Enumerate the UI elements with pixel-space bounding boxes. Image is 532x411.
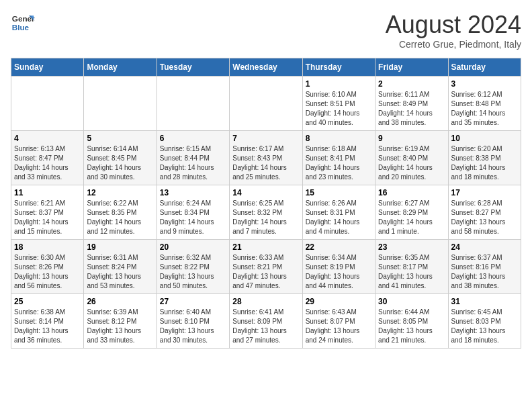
day-number: 18 [14, 242, 81, 252]
day-info: Sunrise: 6:25 AM Sunset: 8:32 PM Dayligh… [232, 199, 299, 236]
col-header-saturday: Saturday [448, 58, 521, 77]
day-number: 21 [232, 242, 299, 252]
day-info: Sunrise: 6:45 AM Sunset: 8:03 PM Dayligh… [451, 308, 518, 345]
day-info: Sunrise: 6:21 AM Sunset: 8:37 PM Dayligh… [14, 199, 81, 236]
day-number: 4 [14, 134, 81, 143]
day-number: 13 [160, 188, 226, 197]
calendar-cell: 30Sunrise: 6:44 AM Sunset: 8:05 PM Dayli… [375, 294, 448, 349]
calendar-cell: 22Sunrise: 6:34 AM Sunset: 8:19 PM Dayli… [302, 240, 375, 294]
location-subtitle: Cerreto Grue, Piedmont, Italy [386, 39, 521, 50]
day-number: 11 [14, 188, 81, 197]
calendar-cell: 16Sunrise: 6:27 AM Sunset: 8:29 PM Dayli… [375, 185, 448, 240]
day-info: Sunrise: 6:26 AM Sunset: 8:31 PM Dayligh… [306, 199, 372, 236]
calendar-cell: 2Sunrise: 6:11 AM Sunset: 8:49 PM Daylig… [375, 77, 448, 131]
day-info: Sunrise: 6:33 AM Sunset: 8:21 PM Dayligh… [232, 253, 299, 291]
day-number: 15 [306, 188, 372, 197]
logo: General Blue [11, 11, 35, 35]
calendar-table: SundayMondayTuesdayWednesdayThursdayFrid… [11, 58, 521, 349]
day-info: Sunrise: 6:11 AM Sunset: 8:49 PM Dayligh… [378, 90, 445, 128]
calendar-cell: 6Sunrise: 6:15 AM Sunset: 8:44 PM Daylig… [157, 131, 229, 185]
calendar-cell: 14Sunrise: 6:25 AM Sunset: 8:32 PM Dayli… [230, 185, 302, 240]
day-info: Sunrise: 6:19 AM Sunset: 8:40 PM Dayligh… [378, 144, 445, 182]
calendar-cell: 20Sunrise: 6:32 AM Sunset: 8:22 PM Dayli… [157, 240, 229, 294]
day-info: Sunrise: 6:20 AM Sunset: 8:38 PM Dayligh… [451, 144, 518, 182]
calendar-cell [230, 77, 302, 131]
page-header: General Blue August 2024 Cerreto Grue, P… [11, 11, 521, 50]
calendar-cell [84, 77, 157, 131]
day-number: 16 [378, 188, 445, 197]
day-info: Sunrise: 6:27 AM Sunset: 8:29 PM Dayligh… [378, 199, 445, 236]
calendar-cell: 21Sunrise: 6:33 AM Sunset: 8:21 PM Dayli… [230, 240, 302, 294]
day-info: Sunrise: 6:43 AM Sunset: 8:07 PM Dayligh… [306, 308, 372, 345]
calendar-cell: 3Sunrise: 6:12 AM Sunset: 8:48 PM Daylig… [448, 77, 521, 131]
calendar-cell: 26Sunrise: 6:39 AM Sunset: 8:12 PM Dayli… [84, 294, 157, 349]
calendar-cell: 27Sunrise: 6:40 AM Sunset: 8:10 PM Dayli… [157, 294, 229, 349]
day-info: Sunrise: 6:30 AM Sunset: 8:26 PM Dayligh… [14, 253, 81, 291]
day-info: Sunrise: 6:38 AM Sunset: 8:14 PM Dayligh… [14, 308, 81, 345]
col-header-wednesday: Wednesday [230, 58, 302, 77]
calendar-week-row: 25Sunrise: 6:38 AM Sunset: 8:14 PM Dayli… [11, 294, 521, 349]
day-number: 23 [378, 242, 445, 252]
col-header-friday: Friday [375, 58, 448, 77]
calendar-cell: 7Sunrise: 6:17 AM Sunset: 8:43 PM Daylig… [230, 131, 302, 185]
day-info: Sunrise: 6:39 AM Sunset: 8:12 PM Dayligh… [87, 308, 153, 345]
calendar-cell: 19Sunrise: 6:31 AM Sunset: 8:24 PM Dayli… [84, 240, 157, 294]
day-info: Sunrise: 6:15 AM Sunset: 8:44 PM Dayligh… [160, 144, 226, 182]
calendar-cell: 10Sunrise: 6:20 AM Sunset: 8:38 PM Dayli… [448, 131, 521, 185]
day-number: 6 [160, 134, 226, 143]
calendar-cell: 12Sunrise: 6:22 AM Sunset: 8:35 PM Dayli… [84, 185, 157, 240]
day-info: Sunrise: 6:13 AM Sunset: 8:47 PM Dayligh… [14, 144, 81, 182]
calendar-cell [11, 77, 84, 131]
day-info: Sunrise: 6:17 AM Sunset: 8:43 PM Dayligh… [232, 144, 299, 182]
day-info: Sunrise: 6:40 AM Sunset: 8:10 PM Dayligh… [160, 308, 226, 345]
day-number: 8 [306, 134, 372, 143]
calendar-cell: 4Sunrise: 6:13 AM Sunset: 8:47 PM Daylig… [11, 131, 84, 185]
day-info: Sunrise: 6:14 AM Sunset: 8:45 PM Dayligh… [87, 144, 153, 182]
calendar-cell: 23Sunrise: 6:35 AM Sunset: 8:17 PM Dayli… [375, 240, 448, 294]
day-info: Sunrise: 6:28 AM Sunset: 8:27 PM Dayligh… [451, 199, 518, 236]
calendar-cell: 8Sunrise: 6:18 AM Sunset: 8:41 PM Daylig… [302, 131, 375, 185]
svg-text:Blue: Blue [12, 23, 30, 32]
calendar-cell: 5Sunrise: 6:14 AM Sunset: 8:45 PM Daylig… [84, 131, 157, 185]
calendar-cell: 29Sunrise: 6:43 AM Sunset: 8:07 PM Dayli… [302, 294, 375, 349]
day-number: 14 [232, 188, 299, 197]
day-info: Sunrise: 6:18 AM Sunset: 8:41 PM Dayligh… [306, 144, 372, 182]
day-info: Sunrise: 6:34 AM Sunset: 8:19 PM Dayligh… [306, 253, 372, 291]
day-info: Sunrise: 6:10 AM Sunset: 8:51 PM Dayligh… [306, 90, 372, 128]
day-info: Sunrise: 6:22 AM Sunset: 8:35 PM Dayligh… [87, 199, 153, 236]
calendar-cell: 13Sunrise: 6:24 AM Sunset: 8:34 PM Dayli… [157, 185, 229, 240]
day-info: Sunrise: 6:41 AM Sunset: 8:09 PM Dayligh… [232, 308, 299, 345]
day-number: 10 [451, 134, 518, 143]
col-header-tuesday: Tuesday [157, 58, 229, 77]
calendar-cell: 15Sunrise: 6:26 AM Sunset: 8:31 PM Dayli… [302, 185, 375, 240]
day-number: 24 [451, 242, 518, 252]
day-number: 12 [87, 188, 153, 197]
col-header-monday: Monday [84, 58, 157, 77]
day-number: 19 [87, 242, 153, 252]
calendar-cell: 28Sunrise: 6:41 AM Sunset: 8:09 PM Dayli… [230, 294, 302, 349]
calendar-week-row: 18Sunrise: 6:30 AM Sunset: 8:26 PM Dayli… [11, 240, 521, 294]
month-year-title: August 2024 [386, 11, 521, 39]
day-info: Sunrise: 6:35 AM Sunset: 8:17 PM Dayligh… [378, 253, 445, 291]
calendar-cell: 9Sunrise: 6:19 AM Sunset: 8:40 PM Daylig… [375, 131, 448, 185]
day-info: Sunrise: 6:12 AM Sunset: 8:48 PM Dayligh… [451, 90, 518, 128]
col-header-sunday: Sunday [11, 58, 84, 77]
day-number: 9 [378, 134, 445, 143]
calendar-cell: 24Sunrise: 6:37 AM Sunset: 8:16 PM Dayli… [448, 240, 521, 294]
calendar-cell: 18Sunrise: 6:30 AM Sunset: 8:26 PM Dayli… [11, 240, 84, 294]
day-number: 20 [160, 242, 226, 252]
calendar-cell: 31Sunrise: 6:45 AM Sunset: 8:03 PM Dayli… [448, 294, 521, 349]
calendar-cell [157, 77, 229, 131]
logo-icon: General Blue [11, 11, 35, 35]
day-number: 31 [451, 297, 518, 306]
calendar-header-row: SundayMondayTuesdayWednesdayThursdayFrid… [11, 58, 521, 77]
day-number: 25 [14, 297, 81, 306]
day-number: 2 [378, 79, 445, 89]
col-header-thursday: Thursday [302, 58, 375, 77]
calendar-week-row: 11Sunrise: 6:21 AM Sunset: 8:37 PM Dayli… [11, 185, 521, 240]
day-number: 28 [232, 297, 299, 306]
calendar-cell: 1Sunrise: 6:10 AM Sunset: 8:51 PM Daylig… [302, 77, 375, 131]
day-number: 3 [451, 79, 518, 89]
day-number: 29 [306, 297, 372, 306]
day-info: Sunrise: 6:37 AM Sunset: 8:16 PM Dayligh… [451, 253, 518, 291]
